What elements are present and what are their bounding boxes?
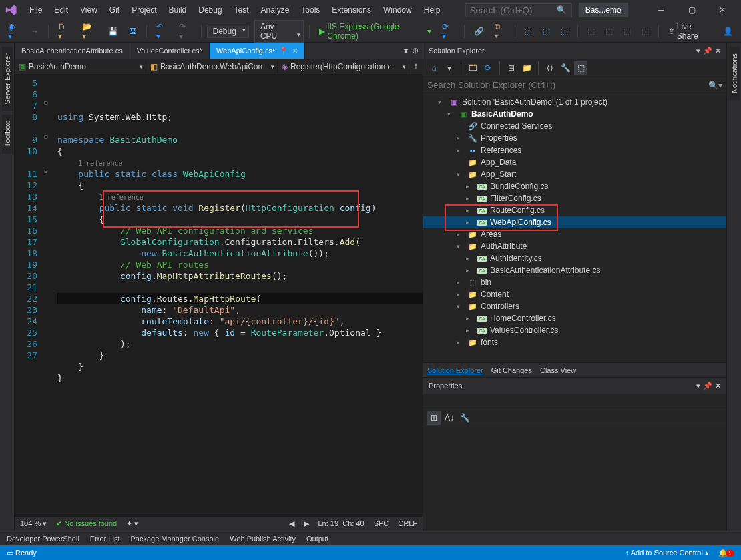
tree-node[interactable]: ▸⬚bin: [423, 276, 726, 288]
show-all-button[interactable]: 📁: [520, 61, 533, 75]
view-code-button[interactable]: ⬚: [574, 61, 587, 75]
explorer-search[interactable]: 🔍▾: [423, 77, 726, 93]
expand-icon[interactable]: ▸: [457, 279, 465, 286]
right-tab-notifications[interactable]: Notifications: [729, 47, 740, 100]
expand-icon[interactable]: ▸: [466, 267, 474, 274]
format-button-5[interactable]: ⬚: [601, 25, 617, 38]
menu-project[interactable]: Project: [126, 3, 162, 17]
browser-link-button[interactable]: 🔗: [470, 25, 488, 38]
tree-node[interactable]: ▾▣BasicAuthDemo: [423, 108, 726, 120]
tree-node[interactable]: 📁App_Data: [423, 156, 726, 168]
menu-git[interactable]: Git: [104, 3, 125, 17]
expand-icon[interactable]: ▸: [466, 315, 474, 322]
fold-gutter[interactable]: ⊟⊟⊟: [41, 75, 51, 516]
tree-node[interactable]: ▸C#BundleConfig.cs: [423, 180, 726, 192]
expand-icon[interactable]: ▸: [457, 339, 465, 346]
props-wrench-button[interactable]: 🔧: [458, 411, 471, 425]
redo-button[interactable]: ↷ ▾: [175, 20, 195, 43]
expand-icon[interactable]: ▸: [466, 195, 474, 202]
zoom-combo[interactable]: 104 % ▾: [20, 519, 47, 528]
tree-node[interactable]: ▸C#ValuesController.cs: [423, 324, 726, 336]
hscroll-left[interactable]: ◀: [289, 519, 294, 528]
menu-analyze[interactable]: Analyze: [256, 3, 295, 17]
nav-class-combo[interactable]: ◧BasicAuthDemo.WebApiCon: [146, 60, 278, 73]
bottom-tab[interactable]: Web Publish Activity: [230, 535, 296, 543]
open-file-button[interactable]: 📂 ▾: [78, 20, 101, 43]
notifications-button[interactable]: 🔔1: [718, 549, 734, 557]
save-button[interactable]: 💾: [104, 25, 122, 38]
menu-help[interactable]: Help: [419, 3, 446, 17]
alphabetical-button[interactable]: A↓: [443, 411, 456, 425]
platform-combo[interactable]: Any CPU: [254, 20, 304, 43]
props-pin[interactable]: 📌: [703, 382, 712, 390]
expand-icon[interactable]: ▸: [457, 147, 465, 154]
eol-mode[interactable]: CRLF: [398, 519, 417, 528]
config-combo[interactable]: Debug: [207, 25, 249, 38]
menu-window[interactable]: Window: [378, 3, 417, 17]
minimize-button[interactable]: ─: [648, 5, 674, 15]
split-editor-button[interactable]: ⁞: [409, 62, 423, 71]
panel-dropdown[interactable]: ▾: [696, 47, 700, 55]
properties-button[interactable]: 🔧: [559, 61, 572, 75]
expand-icon[interactable]: ▸: [466, 207, 474, 214]
undo-button[interactable]: ↶ ▾: [152, 20, 172, 43]
explorer-tab[interactable]: Class View: [540, 366, 576, 374]
explorer-tab[interactable]: Git Changes: [491, 366, 532, 374]
tree-node[interactable]: ▸C#AuthIdentity.cs: [423, 252, 726, 264]
left-tab-server-explorer[interactable]: Server Explorer: [2, 47, 13, 111]
expand-icon[interactable]: ▸: [457, 135, 465, 142]
menu-test[interactable]: Test: [229, 3, 254, 17]
expand-icon[interactable]: ▸: [466, 255, 474, 262]
tree-node[interactable]: ▸🔧Properties: [423, 132, 726, 144]
tree-node[interactable]: ▾▣Solution 'BasicAuthDemo' (1 of 1 proje…: [423, 96, 726, 108]
preview-button[interactable]: ⟨⟩: [543, 61, 557, 75]
tree-node[interactable]: ▸📁Content: [423, 288, 726, 300]
tree-node[interactable]: ▾📁App_Start: [423, 168, 726, 180]
solution-tree[interactable]: ▾▣Solution 'BasicAuthDemo' (1 of 1 proje…: [423, 93, 726, 362]
tab-overflow-button[interactable]: ▾: [404, 46, 408, 55]
format-button-7[interactable]: ⬚: [638, 25, 653, 38]
expand-icon[interactable]: ▸: [466, 183, 474, 190]
home-button[interactable]: ⌂: [427, 61, 441, 75]
code-content[interactable]: using System.Web.Http;namespace BasicAut…: [51, 75, 423, 516]
bottom-tab[interactable]: Output: [306, 535, 328, 543]
search-input[interactable]: [470, 5, 557, 15]
bottom-tab[interactable]: Developer PowerShell: [7, 535, 79, 543]
sync-button[interactable]: ⟳: [481, 61, 495, 75]
menu-debug[interactable]: Debug: [193, 3, 227, 17]
expand-icon[interactable]: ▸: [466, 219, 474, 226]
switch-views-button[interactable]: ▾: [443, 61, 456, 75]
new-project-button[interactable]: 🗋 ▾: [54, 20, 75, 43]
start-debug-button[interactable]: ▶ IIS Express (Google Chrome) ▾: [315, 20, 435, 43]
tab-pin-button[interactable]: ⊕: [412, 46, 419, 55]
tree-node[interactable]: ▸C#HomeController.cs: [423, 312, 726, 324]
doc-tab[interactable]: BasicAuthenticationAttribute.cs: [15, 43, 130, 59]
tree-node[interactable]: ▸📁Areas: [423, 228, 726, 240]
format-button-3[interactable]: ⬚: [557, 25, 572, 38]
tree-node[interactable]: ▸C#RouteConfig.cs: [423, 204, 726, 216]
close-button[interactable]: ✕: [709, 5, 736, 15]
categorized-button[interactable]: ⊞: [427, 411, 441, 425]
tree-node[interactable]: ▸C#WebApiConfig.cs: [423, 216, 726, 228]
hscroll-right[interactable]: ▶: [304, 519, 309, 528]
tree-node[interactable]: ▾📁AuthAttribute: [423, 240, 726, 252]
nav-member-combo[interactable]: ◈Register(HttpConfiguration c: [278, 60, 409, 73]
pending-changes-button[interactable]: 🗔: [466, 61, 479, 75]
nav-project-combo[interactable]: ▣BasicAuthDemo: [15, 60, 146, 73]
bottom-tab[interactable]: Error List: [90, 535, 120, 543]
panel-pin[interactable]: 📌: [703, 47, 712, 55]
expand-icon[interactable]: ▸: [457, 231, 465, 238]
expand-icon[interactable]: ▾: [457, 243, 465, 250]
expand-icon[interactable]: ▸: [457, 291, 465, 298]
format-button-1[interactable]: ⬚: [521, 25, 536, 38]
explorer-search-input[interactable]: [427, 80, 708, 90]
error-nav[interactable]: ✦ ▾: [126, 519, 138, 528]
refresh-button[interactable]: ⟳ ▾: [438, 20, 458, 43]
nav-back-button[interactable]: ◉ ▾: [4, 20, 24, 43]
issues-status[interactable]: ✔ No issues found: [56, 519, 117, 528]
save-all-button[interactable]: 🖫: [125, 25, 141, 38]
feedback-button[interactable]: 👤: [719, 25, 737, 38]
collapse-all-button[interactable]: ⊟: [505, 61, 518, 75]
expand-icon[interactable]: ▾: [457, 303, 465, 310]
tree-node[interactable]: ▸▪▪References: [423, 144, 726, 156]
